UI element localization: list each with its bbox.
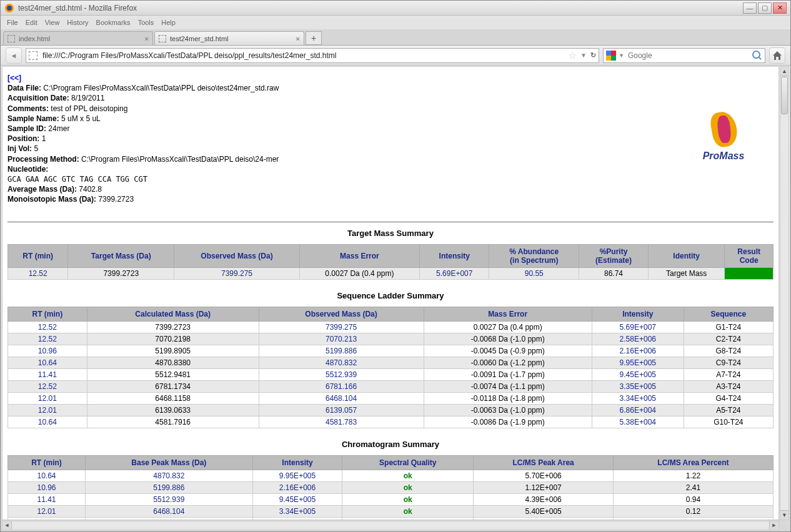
cell[interactable]: 7399.275 bbox=[259, 322, 424, 333]
cell[interactable]: 12.01 bbox=[8, 506, 86, 518]
menu-view[interactable]: View bbox=[45, 19, 60, 26]
cell[interactable]: 10.96 bbox=[8, 482, 86, 494]
reload-icon[interactable]: ↻ bbox=[590, 51, 596, 59]
horizontal-scrollbar[interactable]: ◄ ► bbox=[2, 521, 779, 530]
close-button[interactable]: ✕ bbox=[773, 2, 787, 14]
col-header: ResultCode bbox=[725, 245, 774, 268]
cell[interactable]: 3.35E+005 bbox=[592, 381, 684, 393]
tab-close-icon[interactable]: × bbox=[296, 35, 300, 42]
cell[interactable]: 11.41 bbox=[8, 494, 86, 506]
cell[interactable]: 12.52 bbox=[8, 333, 87, 345]
new-tab-button[interactable]: + bbox=[306, 31, 322, 45]
cell[interactable]: 2.58E+006 bbox=[592, 333, 684, 345]
table-row: 12.527070.21987070.213-0.0068 Da (-1.0 p… bbox=[8, 333, 774, 345]
back-link[interactable]: [<<] bbox=[7, 74, 21, 82]
menu-help[interactable]: Help bbox=[161, 19, 176, 26]
cell[interactable]: 5.69E+007 bbox=[252, 518, 342, 520]
cell[interactable]: 10.96 bbox=[8, 345, 87, 357]
cell[interactable]: 5.69E+007 bbox=[419, 268, 489, 280]
tab-index[interactable]: index.html × bbox=[3, 31, 153, 45]
bookmark-star-icon[interactable]: ☆ bbox=[569, 51, 577, 61]
cell[interactable]: 5.38E+004 bbox=[592, 416, 684, 428]
search-dropdown-icon[interactable]: ▼ bbox=[619, 52, 624, 59]
cell[interactable]: 5199.886 bbox=[259, 345, 424, 357]
meta-label: Position: bbox=[7, 134, 39, 143]
cell[interactable]: 4870.832 bbox=[259, 357, 424, 369]
cell[interactable]: 3.34E+005 bbox=[252, 506, 342, 518]
cell[interactable]: 6781.166 bbox=[259, 381, 424, 393]
cell[interactable]: 7399.275 bbox=[174, 268, 300, 280]
scroll-left-button[interactable]: ◄ bbox=[2, 521, 12, 530]
cell[interactable]: 10.64 bbox=[8, 470, 86, 482]
cell: G8-T24 bbox=[684, 345, 773, 357]
cell[interactable]: 11.41 bbox=[8, 369, 87, 381]
cell: 4581.7916 bbox=[87, 416, 259, 428]
cell[interactable]: 6.86E+004 bbox=[592, 405, 684, 416]
vertical-scrollbar[interactable]: ▲ ▼ bbox=[780, 66, 789, 520]
scroll-up-button[interactable]: ▲ bbox=[780, 67, 789, 76]
menu-file[interactable]: File bbox=[7, 19, 18, 26]
cell[interactable]: 4870.832 bbox=[86, 470, 253, 482]
cell[interactable]: 4581.783 bbox=[259, 416, 424, 428]
cell[interactable]: 2.16E+006 bbox=[252, 482, 342, 494]
cell[interactable]: 5512.939 bbox=[259, 369, 424, 381]
promass-logo-text: ProMass bbox=[692, 150, 755, 162]
search-input[interactable] bbox=[627, 51, 750, 61]
cell[interactable]: 10.64 bbox=[8, 357, 87, 369]
cell: 1.12E+007 bbox=[474, 482, 614, 494]
cell: ok bbox=[342, 470, 474, 482]
cell[interactable]: 7399.275 bbox=[86, 518, 253, 520]
scroll-thumb[interactable] bbox=[781, 77, 788, 114]
cell[interactable]: 2.16E+006 bbox=[592, 345, 684, 357]
cell[interactable]: 9.95E+005 bbox=[252, 470, 342, 482]
cell[interactable]: 5199.886 bbox=[86, 482, 253, 494]
page-content: ProMass [<<] Data File: C:\Program Files… bbox=[2, 67, 779, 520]
cell[interactable]: 9.45E+005 bbox=[252, 494, 342, 506]
cell[interactable]: 5.69E+007 bbox=[592, 322, 684, 333]
cell[interactable]: 5512.939 bbox=[86, 494, 253, 506]
tab-close-icon[interactable]: × bbox=[145, 35, 149, 42]
cell: 7070.2198 bbox=[87, 333, 259, 345]
cell: C2-T24 bbox=[684, 333, 773, 345]
menu-edit[interactable]: Edit bbox=[26, 19, 37, 26]
url-input[interactable] bbox=[41, 51, 565, 61]
chromatogram-title: Chromatogram Summary bbox=[7, 440, 774, 449]
scroll-down-button[interactable]: ▼ bbox=[780, 510, 789, 520]
cell[interactable]: 6468.104 bbox=[259, 393, 424, 405]
cell[interactable]: 12.52 bbox=[8, 518, 86, 520]
cell[interactable]: 90.55 bbox=[489, 268, 579, 280]
url-dropdown-icon[interactable]: ▼ bbox=[580, 52, 587, 59]
cell[interactable]: 3.34E+005 bbox=[592, 393, 684, 405]
cell[interactable]: 12.52 bbox=[8, 268, 68, 280]
scroll-right-button[interactable]: ► bbox=[769, 521, 779, 530]
tab-test24mer[interactable]: test24mer_std.html × bbox=[154, 31, 304, 45]
menu-tools[interactable]: Tools bbox=[138, 19, 154, 26]
cell[interactable]: 6468.104 bbox=[86, 506, 253, 518]
search-bar[interactable]: ▼ bbox=[603, 48, 765, 63]
cell[interactable]: 12.01 bbox=[8, 393, 87, 405]
page-viewport[interactable]: ProMass [<<] Data File: C:\Program Files… bbox=[2, 66, 779, 520]
cell: Target Mass bbox=[648, 268, 724, 280]
cell[interactable]: 12.52 bbox=[8, 381, 87, 393]
menu-history[interactable]: History bbox=[67, 19, 88, 26]
cell[interactable]: 10.64 bbox=[8, 416, 87, 428]
maximize-button[interactable]: ▢ bbox=[758, 2, 772, 14]
cell: ok bbox=[342, 518, 474, 520]
cell: 5512.9481 bbox=[87, 369, 259, 381]
cell: 4.45E+008 bbox=[474, 518, 614, 520]
col-header: Mass Error bbox=[424, 307, 592, 322]
menu-bookmarks[interactable]: Bookmarks bbox=[96, 19, 131, 26]
search-icon[interactable] bbox=[752, 51, 762, 61]
cell[interactable]: 9.95E+005 bbox=[592, 357, 684, 369]
back-button[interactable]: ◄ bbox=[6, 47, 22, 64]
cell[interactable]: 6139.057 bbox=[259, 405, 424, 416]
url-bar[interactable]: ☆ ▼ ↻ bbox=[26, 48, 599, 63]
cell[interactable]: 7070.213 bbox=[259, 333, 424, 345]
titlebar: test24mer_std.html - Mozilla Firefox — ▢… bbox=[1, 1, 790, 16]
minimize-button[interactable]: — bbox=[743, 2, 757, 14]
cell: G4-T24 bbox=[684, 393, 773, 405]
cell[interactable]: 12.01 bbox=[8, 405, 87, 416]
cell[interactable]: 12.52 bbox=[8, 322, 87, 333]
cell[interactable]: 9.45E+005 bbox=[592, 369, 684, 381]
home-button[interactable] bbox=[769, 47, 785, 64]
